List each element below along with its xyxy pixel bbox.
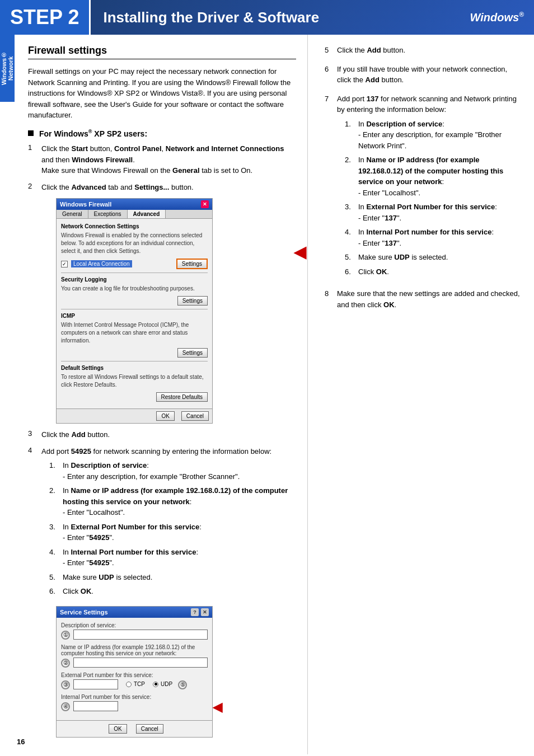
firewall-tab-advanced[interactable]: Advanced: [128, 210, 166, 218]
ss-field3-input[interactable]: [73, 679, 118, 689]
left-column: Firewall settings Firewall settings on y…: [17, 35, 308, 754]
right-step-7-num: 7: [325, 93, 334, 281]
firewall-restore-btn[interactable]: Restore Defaults: [156, 392, 208, 402]
firewall-section1-title: Network Connection Settings: [61, 223, 208, 229]
ss-circle-4: ④: [61, 702, 70, 711]
right-step-7-sub-6-num: 6.: [345, 266, 355, 278]
step-4-sub-5-text: Make sure UDP is selected.: [63, 572, 152, 583]
step-4-sub-2-num: 2.: [49, 485, 59, 518]
windows-xp-header: For Windows® XP SP2 users:: [28, 129, 296, 138]
right-step-7-sub-4-num: 4.: [345, 227, 355, 248]
right-step-8-text: Make sure that the new settings are adde…: [337, 288, 523, 310]
firewall-section1-desc: Windows Firewall is enabled by the conne…: [61, 232, 208, 255]
right-step-7-sub-5-num: 5.: [345, 252, 355, 263]
ss-field1: Description of service: ①: [61, 622, 208, 640]
right-step-7-sub-3-text: In External Port Number for this service…: [358, 201, 497, 223]
firewall-footer: OK Cancel: [57, 408, 212, 423]
firewall-title: Windows Firewall: [60, 201, 111, 208]
firewall-section3-title: ICMP: [61, 313, 208, 319]
section-title: Firewall settings: [28, 45, 296, 59]
right-step-7-substeps: 1. In Description of service:- Enter any…: [345, 119, 523, 278]
firewall-cancel-btn[interactable]: Cancel: [181, 411, 209, 421]
ss-field4-row: ④: [61, 701, 208, 711]
windows-firewall-dialog: Windows Firewall ✕ General Exceptions Ad…: [56, 198, 213, 424]
step-4-sub-4: 4. In Internal Port number for this serv…: [49, 547, 296, 569]
ss-field4-input[interactable]: [73, 701, 118, 711]
right-step-6-num: 6: [325, 64, 334, 86]
step-4-sub-6-num: 6.: [49, 586, 59, 597]
firewall-section3-desc: With Internet Control Message Protocol (…: [61, 321, 208, 345]
right-step-7-sub-2-text: In Name or IP address (for example 192.1…: [358, 154, 523, 198]
ss-field3-row: ③ TCP UDP ⑤: [61, 679, 208, 689]
step-4-sub-3-text: In External Port Number for this service…: [63, 522, 202, 543]
firewall-ok-btn[interactable]: OK: [156, 411, 174, 421]
step-4-sub-1-text: In Description of service:- Enter any de…: [63, 460, 240, 482]
right-step-5: 5 Click the Add button.: [325, 45, 523, 56]
firewall-checkbox[interactable]: ✓: [61, 261, 68, 267]
ss-footer: OK Cancel: [57, 720, 212, 737]
firewall-tab-general[interactable]: General: [57, 210, 88, 218]
ss-help-icon[interactable]: ?: [191, 608, 199, 616]
ss-tcp-label: TCP: [134, 681, 145, 687]
step-4-sub-3-num: 3.: [49, 522, 59, 543]
step-3: 3 Click the Add button.: [28, 429, 296, 440]
firewall-settings-btn[interactable]: Settings: [176, 259, 208, 269]
firewall-arrow-icon: ◀: [294, 243, 306, 261]
ss-body: Description of service: ① Name or IP add…: [57, 618, 212, 720]
firewall-icmp-settings-btn[interactable]: Settings: [177, 348, 208, 358]
right-step-7-sub-4: 4. In Internal Port number for this serv…: [345, 227, 523, 248]
step-4-sub-3: 3. In External Port Number for this serv…: [49, 522, 296, 543]
right-step-7-sub-1-num: 1.: [345, 119, 355, 152]
step-2: 2 Click the Advanced tab and Settings...…: [28, 182, 296, 193]
firewall-section2-desc: You can create a log file for troublesho…: [61, 285, 208, 293]
bullet-header-text: For Windows® XP SP2 users:: [39, 129, 147, 138]
ss-circle-2: ②: [61, 659, 70, 668]
ss-field1-input[interactable]: [73, 630, 208, 640]
ss-arrow-icon: ◀: [213, 700, 222, 715]
ss-field3-label: External Port number for this service:: [61, 672, 208, 678]
ss-tcp-radio[interactable]: [126, 682, 132, 687]
firewall-section4-desc: To restore all Windows Firewall settings…: [61, 373, 208, 389]
step-4: 4 Add port 54925 for network scanning by…: [28, 446, 296, 600]
firewall-logging-settings-btn[interactable]: Settings: [177, 296, 208, 306]
right-step-6: 6 If you still have trouble with your ne…: [325, 64, 523, 86]
step-1: 1 Click the Start button, Control Panel,…: [28, 143, 296, 176]
ss-title: Service Settings: [60, 609, 108, 616]
divider3: [61, 361, 208, 361]
step-4-num: 4: [28, 446, 37, 600]
divider1: [61, 273, 208, 273]
ss-field2-label: Name or IP address (for example 192.168.…: [61, 644, 208, 656]
ss-titlebar: Service Settings ? ✕: [57, 607, 212, 618]
step-3-num: 3: [28, 429, 37, 440]
ss-field2-input[interactable]: [73, 658, 208, 668]
ss-close-icon[interactable]: ✕: [201, 608, 209, 616]
ss-ok-btn[interactable]: OK: [109, 724, 127, 734]
step-4-sub-4-text: In Internal Port number for this service…: [63, 547, 198, 569]
right-step-7: 7 Add port 137 for network scanning and …: [325, 93, 523, 281]
ss-field1-label: Description of service:: [61, 622, 208, 628]
ss-cancel-btn[interactable]: Cancel: [136, 724, 163, 734]
step-4-sub-5: 5. Make sure UDP is selected.: [49, 572, 296, 583]
ss-titlebar-icons: ? ✕: [191, 608, 209, 616]
content-wrapper: Firewall settings Firewall settings on y…: [0, 35, 534, 754]
step-2-text: Click the Advanced tab and Settings... b…: [41, 182, 296, 193]
step-4-sub-6: 6. Click OK.: [49, 586, 296, 597]
ss-field1-row: ①: [61, 630, 208, 640]
ss-field3-group: External Port number for this service: ③…: [61, 672, 208, 689]
service-settings-dialog: Service Settings ? ✕ Description of serv…: [56, 606, 213, 738]
step-4-sub-6-text: Click OK.: [63, 586, 93, 597]
firewall-body: Network Connection Settings Windows Fire…: [57, 219, 212, 408]
right-step-7-sub-4-text: In Internal Port number for this service…: [358, 227, 494, 248]
step-1-num: 1: [28, 143, 37, 176]
firewall-close-icon[interactable]: ✕: [201, 200, 209, 208]
firewall-tab-exceptions[interactable]: Exceptions: [88, 210, 128, 218]
right-step-7-sub-5: 5. Make sure UDP is selected.: [345, 252, 523, 263]
ss-udp-radio-group: UDP: [153, 681, 172, 687]
step-4-sub-2: 2. In Name or IP address (for example 19…: [49, 485, 296, 518]
ss-udp-radio[interactable]: [153, 682, 158, 687]
right-step-7-sub-3-num: 3.: [345, 201, 355, 223]
windows-label: Windows®: [470, 11, 534, 24]
step-4-sub-1: 1. In Description of service:- Enter any…: [49, 460, 296, 482]
step-2-num: 2: [28, 182, 37, 193]
divider2: [61, 309, 208, 309]
